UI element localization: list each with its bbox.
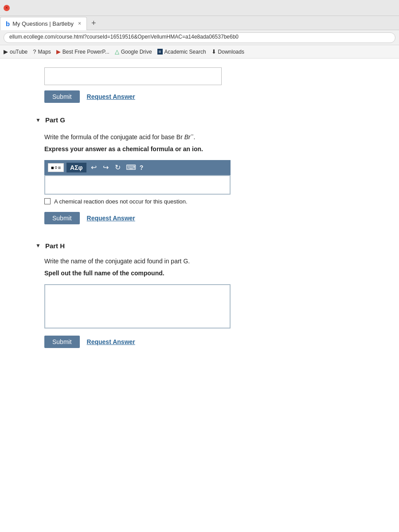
formula-greek-icon: ΑΣφ bbox=[70, 164, 83, 171]
part-g-submit-button[interactable]: Submit bbox=[44, 212, 80, 224]
refresh-btn[interactable]: ↻ bbox=[113, 163, 122, 172]
superscript-format-icon: 0 bbox=[55, 165, 57, 170]
no-reaction-checkbox[interactable] bbox=[44, 198, 51, 204]
undo-btn[interactable]: ↩ bbox=[89, 163, 98, 172]
new-tab-btn[interactable]: + bbox=[87, 16, 101, 30]
redo-btn[interactable]: ↪ bbox=[101, 163, 110, 172]
top-request-answer-link[interactable]: Request Answer bbox=[87, 93, 135, 100]
part-h-question: Write the name of the conjugate acid fou… bbox=[44, 257, 381, 266]
downloads-icon: ⬇ bbox=[211, 48, 216, 55]
part-g-title: Part G bbox=[45, 116, 65, 124]
youtube-icon: ▶ bbox=[4, 48, 8, 55]
bookmark-powerpoint[interactable]: ▶ Best Free PowerP... bbox=[56, 48, 110, 55]
lines-format-icon: ≡ bbox=[58, 165, 61, 170]
bookmark-downloads[interactable]: ⬇ Downloads bbox=[211, 48, 244, 55]
powerpoint-icon: ▶ bbox=[56, 48, 61, 55]
part-g-instruction: Express your answer as a chemical formul… bbox=[44, 145, 381, 154]
top-submit-button[interactable]: Submit bbox=[44, 90, 80, 103]
undo-icon: ↩ bbox=[91, 164, 97, 171]
url-input[interactable]: ellum.ecollege.com/course.html?courseId=… bbox=[4, 32, 395, 43]
maps-icon: ? bbox=[33, 48, 36, 55]
format-subscript-btn[interactable]: ■ 0 ≡ bbox=[48, 163, 64, 172]
formula-greek-btn[interactable]: ΑΣφ bbox=[66, 163, 86, 172]
part-h-collapse-arrow[interactable]: ▼ bbox=[35, 243, 41, 249]
part-h-request-answer-link[interactable]: Request Answer bbox=[87, 338, 135, 345]
part-g-question: Write the formula of the conjugate acid … bbox=[44, 131, 381, 142]
browser-close-btn[interactable]: × bbox=[4, 5, 10, 11]
part-h-submit-button[interactable]: Submit bbox=[44, 336, 80, 348]
tab-bar: b My Questions | Bartleby × + bbox=[0, 16, 399, 30]
part-h-section: ▼ Part H Write the name of the conjugate… bbox=[35, 242, 381, 348]
redo-icon: ↪ bbox=[103, 164, 109, 171]
help-icon: ? bbox=[140, 164, 144, 171]
tab-label: My Questions | Bartleby bbox=[12, 20, 74, 27]
bookmark-maps-label: Maps bbox=[38, 49, 51, 55]
part-g-question-end: . bbox=[194, 133, 196, 141]
part-h-title: Part H bbox=[45, 242, 65, 250]
bookmark-youtube[interactable]: ▶ ouTube bbox=[4, 48, 27, 55]
page-content: Submit Request Answer ▼ Part G Write the… bbox=[0, 59, 399, 532]
part-h-submit-row: Submit Request Answer bbox=[44, 336, 381, 348]
bookmark-youtube-label: ouTube bbox=[10, 49, 27, 55]
tab-close-btn[interactable]: × bbox=[78, 20, 81, 27]
bookmarks-bar: ▶ ouTube ? Maps ▶ Best Free PowerP... △ … bbox=[0, 45, 399, 59]
formula-input-box[interactable] bbox=[44, 175, 231, 195]
br-superscript: − bbox=[191, 132, 194, 137]
part-g-section: ▼ Part G Write the formula of the conjug… bbox=[35, 116, 381, 224]
google-drive-icon: △ bbox=[115, 48, 119, 55]
part-g-header: ▼ Part G bbox=[35, 116, 381, 124]
part-h-answer-input[interactable] bbox=[44, 284, 231, 329]
bookmark-powerpoint-label: Best Free PowerP... bbox=[63, 49, 110, 55]
keyboard-btn[interactable]: ⌨ bbox=[125, 163, 137, 172]
part-h-instruction: Spell out the full name of the compound. bbox=[44, 269, 381, 278]
part-g-br-symbol: Br− bbox=[183, 133, 194, 141]
active-tab[interactable]: b My Questions | Bartleby × bbox=[0, 17, 87, 30]
keyboard-icon: ⌨ bbox=[126, 164, 136, 171]
no-reaction-row: A chemical reaction does not occur for t… bbox=[44, 198, 381, 205]
refresh-icon: ↻ bbox=[115, 164, 121, 171]
formula-toolbar: ■ 0 ≡ ΑΣφ ↩ ↪ ↻ ⌨ ? bbox=[44, 160, 231, 175]
browser-title-bar: × bbox=[0, 0, 399, 16]
academic-search-icon: ≡ bbox=[157, 49, 163, 55]
part-g-request-answer-link[interactable]: Request Answer bbox=[87, 215, 135, 222]
bookmark-downloads-label: Downloads bbox=[218, 49, 244, 55]
no-reaction-label: A chemical reaction does not occur for t… bbox=[54, 198, 188, 205]
part-g-question-text: Write the formula of the conjugate acid … bbox=[44, 133, 183, 141]
subscript-format-icon: ■ bbox=[51, 165, 54, 170]
toolbar-help-btn[interactable]: ? bbox=[140, 164, 144, 171]
part-g-submit-row: Submit Request Answer bbox=[44, 212, 381, 224]
part-h-header: ▼ Part H bbox=[35, 242, 381, 250]
bookmark-google-drive-label: Google Drive bbox=[121, 49, 152, 55]
tab-favicon: b bbox=[6, 20, 10, 27]
bookmark-academic-search[interactable]: ≡ Academic Search bbox=[157, 49, 206, 55]
bookmark-google-drive[interactable]: △ Google Drive bbox=[115, 48, 152, 55]
bookmark-academic-search-label: Academic Search bbox=[164, 49, 206, 55]
bookmark-maps[interactable]: ? Maps bbox=[33, 48, 51, 55]
part-g-collapse-arrow[interactable]: ▼ bbox=[35, 117, 41, 123]
top-submit-row: Submit Request Answer bbox=[44, 90, 381, 103]
address-bar: ellum.ecollege.com/course.html?courseId=… bbox=[0, 30, 399, 45]
previous-answer-box[interactable] bbox=[44, 67, 222, 85]
